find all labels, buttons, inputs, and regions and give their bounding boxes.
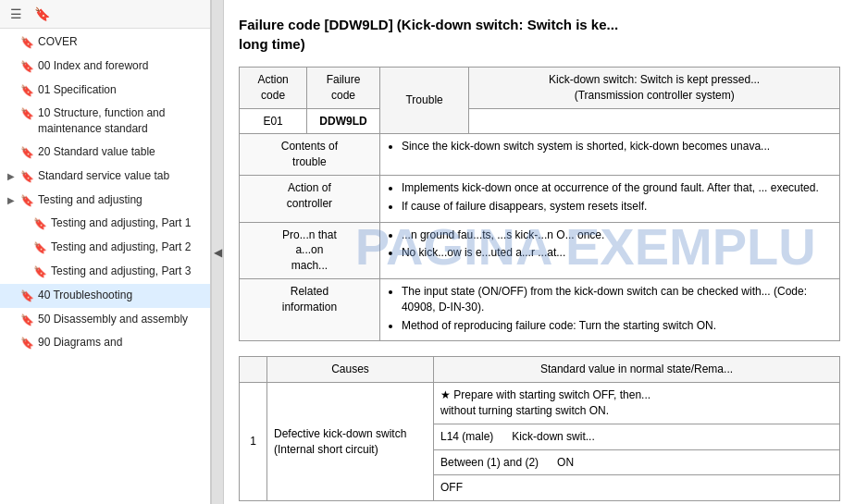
sidebar-item-label: 50 Disassembly and assembly [38,312,204,327]
col-header-trouble: Trouble [379,68,468,134]
sidebar-item-label: 00 Index and foreword [38,58,204,74]
sidebar-nav: 🔖 COVER 🔖 00 Index and foreword 🔖 01 Spe… [0,29,210,504]
row-label-related: Relatedinformation [240,278,380,340]
bookmark-icon: 🔖 [20,289,34,304]
row-label-action: Action ofcontroller [240,175,380,222]
sidebar-item-00-index[interactable]: 🔖 00 Index and foreword [0,55,210,79]
sidebar-toolbar: ☰ 🔖 [0,0,210,29]
page-title: Failure code [DDW9LD] (Kick-down switch:… [239,15,840,54]
sidebar-item-label: Standard service value tab [38,168,204,184]
sidebar-item-label: 20 Standard value table [38,144,204,160]
cause-num: 1 [240,383,267,501]
bookmark-icon: 🔖 [20,59,34,75]
failure-code-value: DDW9LD [307,108,380,134]
sidebar-item-01-spec[interactable]: 🔖 01 Specification [0,79,210,103]
action-code-value: E01 [240,108,307,134]
sidebar-item-label: 90 Diagrams and [38,335,204,350]
causes-col-standard: Standard value in normal state/Rema... [434,357,840,383]
bookmark-toolbar-icon[interactable]: 🔖 [31,4,52,24]
causes-col-causes: Causes [267,357,434,383]
row-content-related: The input state (ON/OFF) from the kick-d… [379,278,839,340]
expand-placeholder [20,241,30,254]
causes-table: Causes Standard value in normal state/Re… [239,356,840,501]
cause-description: Defective kick-down switch(Internal shor… [267,383,434,501]
sidebar-item-std-svc[interactable]: ▶ 🔖 Standard service value tab [0,165,210,189]
sidebar-item-50-disassembly[interactable]: 🔖 50 Disassembly and assembly [0,308,210,332]
bookmark-icon: 🔖 [20,169,34,185]
expand-placeholder [7,313,17,326]
sidebar-item-10-struct[interactable]: 🔖 10 Structure, function and maintenance… [0,102,210,141]
expand-placeholder [7,289,17,302]
sidebar-item-testing-adj[interactable]: ▶ 🔖 Testing and adjusting [0,189,210,213]
collapse-arrow-icon: ◀ [214,246,222,259]
row-label-contents: Contents oftrouble [240,134,380,176]
main-content: PAGINA EXEMPLU Failure code [DDW9LD] (Ki… [224,0,855,504]
bookmark-icon: 🔖 [33,264,47,280]
col-header-action-code: Action code [240,68,307,109]
causes-col-num [240,357,267,383]
cause-connector: L14 (male) Kick-down swit... [434,424,840,449]
bookmark-icon: 🔖 [20,83,34,99]
trouble-desc-extra [469,108,840,134]
expand-placeholder [7,60,17,73]
bookmark-icon: 🔖 [20,145,34,161]
cause-off-row: OFF [434,475,840,501]
table-row: Action ofcontroller Implements kick-down… [240,175,840,222]
sidebar-item-40-trouble[interactable]: 🔖 40 Troubleshooting [0,284,210,308]
expand-arrow-icon: ▶ [7,194,17,207]
sidebar-item-20-std[interactable]: 🔖 20 Standard value table [0,141,210,165]
sidebar-item-label: Testing and adjusting, Part 3 [51,264,204,279]
row-content-problem: ...n ground fau...ts, ...s kick-...n O..… [379,222,839,278]
bookmark-icon: 🔖 [33,216,47,232]
col-header-failure-code: Failure code [307,68,380,109]
bookmark-icon: 🔖 [20,336,34,351]
table-row: Relatedinformation The input state (ON/O… [240,278,840,340]
sidebar-item-90-diagrams[interactable]: 🔖 90 Diagrams and [0,331,210,355]
expand-arrow-icon: ▶ [7,170,17,183]
expand-placeholder [20,265,30,278]
expand-placeholder [20,217,30,230]
bookmark-icon: 🔖 [20,313,34,328]
sidebar-item-label: Testing and adjusting, Part 1 [51,215,204,231]
expand-placeholder [7,84,17,97]
row-label-problem: Pro...n thata...onmach... [240,222,380,278]
expand-placeholder [7,36,17,49]
menu-icon[interactable]: ☰ [6,4,26,24]
row-content-contents: Since the kick-down switch system is sho… [379,134,839,176]
sidebar-item-label: COVER [38,34,204,50]
expand-placeholder [7,107,17,120]
sidebar-item-testing-adj-2[interactable]: 🔖 Testing and adjusting, Part 2 [0,236,210,260]
sidebar-item-cover[interactable]: 🔖 COVER [0,31,210,55]
cause-condition: ★ Prepare with starting switch OFF, then… [434,383,840,424]
expand-placeholder [7,146,17,159]
sidebar-item-label: Testing and adjusting, Part 2 [51,240,204,255]
table-row: Pro...n thata...onmach... ...n ground fa… [240,222,840,278]
sidebar-item-label: Testing and adjusting [38,192,204,208]
row-content-action: Implements kick-down once at occurrence … [379,175,839,222]
sidebar-item-testing-adj-1[interactable]: 🔖 Testing and adjusting, Part 1 [0,212,210,236]
failure-code-table: Action code Failure code Trouble Kick-do… [239,67,840,341]
table-row: 1 Defective kick-down switch(Internal sh… [240,383,840,424]
collapse-handle[interactable]: ◀ [211,0,224,504]
sidebar-item-label: 40 Troubleshooting [38,288,204,303]
sidebar-item-testing-adj-3[interactable]: 🔖 Testing and adjusting, Part 3 [0,260,210,284]
cause-between: Between (1) and (2) ON [434,449,840,475]
expand-placeholder [7,337,17,350]
sidebar: ☰ 🔖 🔖 COVER 🔖 00 Index and foreword 🔖 01… [0,0,211,504]
sidebar-item-label: 10 Structure, function and maintenance s… [38,105,204,137]
bookmark-icon: 🔖 [20,193,34,209]
table-row: Contents oftrouble Since the kick-down s… [240,134,840,176]
bookmark-icon: 🔖 [20,106,34,122]
sidebar-item-label: 01 Specification [38,82,204,98]
bookmark-icon: 🔖 [33,240,47,256]
bookmark-icon: 🔖 [20,35,34,51]
col-header-trouble-desc: Kick-down switch: Switch is kept pressed… [469,68,840,109]
